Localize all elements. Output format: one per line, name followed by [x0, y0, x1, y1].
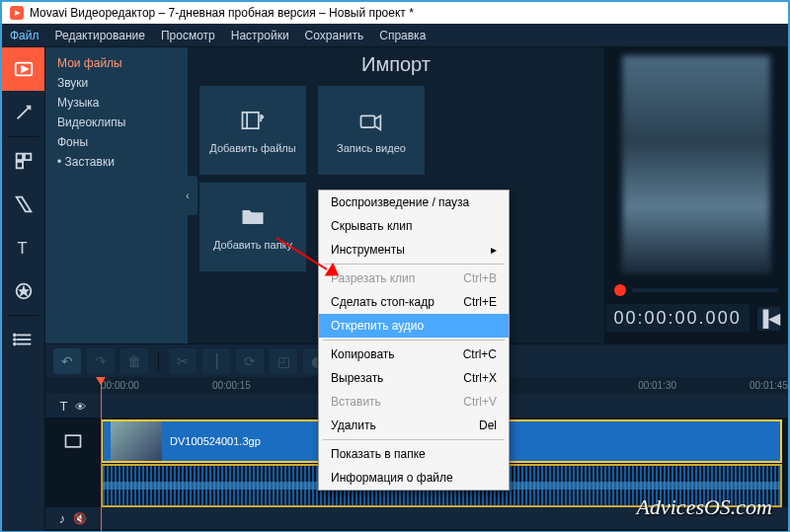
menu-help[interactable]: Справка [379, 29, 426, 42]
preview-scrubber[interactable] [632, 288, 778, 292]
separator [323, 439, 505, 440]
ctx-tools[interactable]: Инструменты▸ [319, 238, 509, 262]
music-track-head: ♪ 🔇 [45, 511, 101, 526]
ruler-tick: 00:01:30 [638, 380, 676, 391]
category-sounds[interactable]: Звуки [45, 73, 188, 93]
svg-point-11 [13, 339, 15, 341]
ctx-split-clip[interactable]: Разрезать клипCtrl+B [319, 266, 509, 290]
ruler-tick: 00:00:00 [101, 380, 139, 391]
collapse-categories-icon[interactable]: ‹ [178, 176, 198, 215]
menu-settings[interactable]: Настройки [231, 29, 289, 42]
menu-file[interactable]: Файл [10, 29, 40, 42]
video-track-head [45, 431, 101, 451]
sidebar-stickers-icon[interactable] [2, 269, 44, 313]
ctx-play-pause[interactable]: Воспроизведение / пауза [319, 190, 509, 214]
ctx-show-in-folder[interactable]: Показать в папке [319, 442, 509, 466]
svg-rect-14 [361, 115, 375, 127]
clip-thumbnail [111, 421, 162, 461]
annotation-arrow-icon [276, 237, 336, 282]
prev-frame-button[interactable]: ▐◀ [757, 307, 780, 331]
svg-rect-4 [16, 162, 22, 168]
audio-track-head [45, 464, 101, 507]
svg-text:T: T [17, 239, 27, 257]
category-videoclips[interactable]: Видеоклипы [45, 113, 188, 132]
context-menu: Воспроизведение / пауза Скрывать клип Ин… [318, 190, 510, 491]
ctx-cut[interactable]: ВырезатьCtrl+X [319, 366, 509, 390]
app-logo-icon [10, 6, 24, 20]
ctx-hide-clip[interactable]: Скрывать клип [319, 214, 509, 238]
svg-rect-13 [243, 113, 259, 128]
ctx-copy[interactable]: КопироватьCtrl+C [319, 342, 509, 366]
crop-button[interactable]: ◰ [270, 348, 297, 374]
app-window: Movavi Видеоредактор – 7-дневная пробная… [0, 0, 790, 532]
undo-button[interactable]: ↶ [53, 348, 81, 374]
watermark: AdvicesOS.com [637, 494, 772, 520]
tile-add-files[interactable]: Добавить файлы [199, 86, 306, 175]
preview-controls [604, 280, 788, 300]
svg-rect-15 [66, 435, 81, 447]
record-indicator-icon [614, 284, 626, 296]
sidebar-wand-icon[interactable] [2, 91, 44, 134]
separator [158, 351, 159, 371]
ruler-tick: 00:00:15 [212, 380, 251, 391]
cut-button[interactable]: ✂ [169, 348, 197, 374]
preview-panel: 00:00:00.000 ▐◀ [604, 47, 788, 343]
window-title: Movavi Видеоредактор – 7-дневная пробная… [30, 6, 414, 20]
category-my-files[interactable]: Мои файлы [45, 53, 188, 73]
svg-rect-3 [24, 154, 30, 160]
svg-point-12 [13, 343, 15, 345]
menu-edit[interactable]: Редактирование [55, 29, 145, 42]
delete-button[interactable]: 🗑 [120, 348, 148, 374]
sidebar-filters-icon[interactable] [2, 139, 44, 183]
title-track-head: T 👁 [45, 399, 101, 414]
sidebar-more-icon[interactable] [2, 318, 44, 361]
ctx-delete[interactable]: УдалитьDel [319, 414, 509, 437]
ctx-freeze-frame[interactable]: Сделать стоп-кадрCtrl+E [319, 290, 509, 314]
sidebar: T [2, 47, 45, 531]
separator [323, 264, 505, 265]
category-intros[interactable]: Заставки [45, 152, 188, 172]
sidebar-transitions-icon[interactable] [2, 183, 44, 226]
playhead[interactable] [101, 377, 102, 531]
clip-name: DV100524001.3gp [170, 435, 261, 447]
preview-screen [622, 55, 770, 272]
tile-label: Добавить файлы [209, 142, 295, 154]
separator [8, 315, 39, 316]
category-music[interactable]: Музыка [45, 93, 188, 113]
ctx-paste[interactable]: ВставитьCtrl+V [319, 390, 509, 414]
separator [8, 136, 39, 137]
redo-button[interactable]: ↷ [87, 348, 115, 374]
separator [323, 340, 505, 341]
svg-point-10 [13, 335, 15, 337]
menubar: Файл Редактирование Просмотр Настройки С… [2, 24, 788, 47]
ctx-file-info[interactable]: Информация о файле [319, 466, 509, 490]
titlebar: Movavi Видеоредактор – 7-дневная пробная… [2, 2, 788, 24]
sidebar-import-icon[interactable] [2, 47, 44, 91]
ctx-detach-audio[interactable]: Открепить аудио [319, 314, 509, 338]
tile-label: Запись видео [337, 142, 406, 154]
svg-marker-1 [22, 66, 28, 72]
rotate-button[interactable]: ⟳ [236, 348, 264, 374]
category-list: Мои файлы Звуки Музыка Видеоклипы Фоны З… [45, 47, 188, 343]
menu-view[interactable]: Просмотр [161, 29, 215, 42]
ruler-tick: 00:01:45 [750, 380, 788, 391]
menu-save[interactable]: Сохранить [305, 29, 364, 42]
split-button[interactable]: ⎮ [202, 348, 230, 374]
sidebar-titles-icon[interactable]: T [2, 226, 44, 269]
category-backgrounds[interactable]: Фоны [45, 132, 188, 152]
svg-rect-2 [16, 154, 22, 160]
tile-record-video[interactable]: Запись видео [318, 86, 425, 175]
timecode: 00:00:00.000 [606, 304, 750, 333]
import-title: Импорт [188, 47, 604, 82]
